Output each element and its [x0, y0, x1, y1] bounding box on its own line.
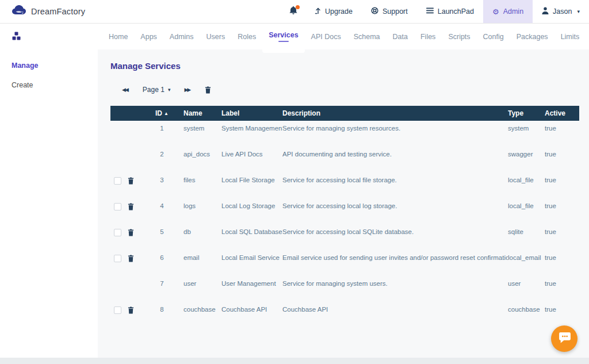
tab-files[interactable]: Files — [414, 24, 442, 49]
cell-label: Local Log Storage — [221, 202, 282, 209]
table-header-row: ID▲ Name Label Description Type Active — [110, 106, 579, 121]
header-type[interactable]: Type — [508, 109, 545, 117]
tab-packages[interactable]: Packages — [510, 24, 554, 49]
cell-description: Service for managing system resources. — [282, 125, 508, 132]
tab-apps[interactable]: Apps — [134, 24, 163, 49]
tab-label: Schema — [354, 33, 380, 41]
header-active[interactable]: Active — [545, 109, 579, 117]
tab-services[interactable]: Services — [262, 24, 304, 53]
row-delete-button[interactable] — [128, 306, 134, 314]
sidebar-item-create[interactable]: Create — [12, 81, 98, 89]
cell-active: true — [545, 280, 579, 287]
tab-users[interactable]: Users — [200, 24, 232, 49]
trash-icon — [128, 306, 134, 314]
row-checkbox[interactable] — [114, 177, 121, 185]
top-bar: 2 DreamFactory — [0, 0, 589, 24]
row-select-cell — [110, 177, 124, 186]
sidebar-item-manage[interactable]: Manage — [12, 62, 98, 70]
dreamfactory-admin-page: 2 DreamFactory — [0, 0, 589, 364]
trash-icon — [128, 229, 134, 236]
delete-selected-button[interactable] — [205, 86, 211, 94]
support-button[interactable]: Support — [362, 0, 417, 23]
row-delete-cell — [124, 306, 140, 315]
tab-api-docs[interactable]: API Docs — [305, 24, 347, 49]
header-name[interactable]: Name — [183, 109, 221, 117]
tab-bar: HomeAppsAdminsUsersRolesServicesAPI Docs… — [98, 24, 589, 49]
chevron-down-icon: ▾ — [168, 87, 171, 93]
tab-scripts[interactable]: Scripts — [442, 24, 476, 49]
tab-schema[interactable]: Schema — [347, 24, 387, 49]
upgrade-icon — [315, 7, 321, 16]
cell-id: 7 — [140, 280, 183, 287]
tab-label: Home — [109, 33, 128, 41]
main-area: HomeAppsAdminsUsersRolesServicesAPI Docs… — [98, 24, 589, 358]
row-delete-cell — [124, 202, 140, 212]
table-row: 7userUser ManagementService for managing… — [110, 276, 579, 302]
next-page-button[interactable]: ▶▶ — [184, 87, 191, 93]
cell-active: true — [545, 202, 579, 209]
top-nav: Upgrade Support — [281, 0, 589, 23]
body-row: Manage Create HomeAppsAdminsUsersRolesSe… — [0, 24, 589, 358]
content: Manage Services ◀◀ Page 1 ▾ ▶▶ — [98, 49, 589, 358]
row-delete-button[interactable] — [128, 255, 134, 262]
tab-label: Limits — [561, 33, 580, 41]
tab-home[interactable]: Home — [102, 24, 134, 49]
row-select-cell — [110, 306, 124, 315]
launchpad-button[interactable]: LaunchPad — [417, 0, 483, 23]
notifications-button[interactable] — [281, 0, 305, 23]
tab-label: Scripts — [448, 33, 470, 41]
cell-type: couchbase — [508, 306, 545, 313]
tab-roles[interactable]: Roles — [231, 24, 262, 49]
cell-type: local_email — [508, 254, 545, 261]
sort-asc-icon: ▲ — [164, 111, 169, 116]
header-id[interactable]: ID▲ — [140, 109, 183, 117]
cell-type: sqlite — [508, 228, 545, 235]
row-delete-button[interactable] — [128, 177, 134, 185]
services-cubes-icon — [12, 32, 98, 43]
cell-description: Couchbase API — [282, 306, 508, 313]
row-delete-button[interactable] — [128, 229, 134, 236]
launchpad-label: LaunchPad — [438, 7, 474, 16]
cell-type: local_file — [508, 202, 545, 209]
tab-label: Data — [393, 33, 408, 41]
user-name: Jason — [553, 7, 572, 16]
tab-config[interactable]: Config — [477, 24, 510, 49]
list-icon — [426, 7, 434, 16]
cell-active: true — [545, 177, 579, 183]
tab-label: Roles — [238, 33, 256, 41]
tab-admins[interactable]: Admins — [163, 24, 200, 49]
page-title: Manage Services — [110, 61, 589, 71]
tab-data[interactable]: Data — [387, 24, 414, 49]
admin-button[interactable]: ⚙ Admin — [483, 0, 533, 23]
support-label: Support — [383, 7, 408, 16]
header-label[interactable]: Label — [221, 109, 282, 117]
cell-id: 2 — [140, 151, 183, 158]
page-select-dropdown[interactable]: Page 1 ▾ — [143, 86, 171, 94]
row-checkbox[interactable] — [114, 229, 121, 236]
trash-icon — [128, 255, 134, 262]
admin-label: Admin — [503, 7, 523, 16]
trash-icon — [128, 177, 134, 185]
row-delete-cell — [124, 177, 140, 186]
previous-page-button[interactable]: ◀◀ — [122, 87, 129, 93]
row-checkbox[interactable] — [114, 306, 121, 314]
row-checkbox[interactable] — [114, 203, 121, 210]
row-checkbox[interactable] — [114, 255, 121, 262]
table-row: 4logsLocal Log StorageService for access… — [110, 198, 579, 224]
chat-widget-button[interactable] — [551, 325, 577, 352]
dreamfactory-logo[interactable]: 2 DreamFactory — [12, 0, 85, 23]
logo-text: DreamFactory — [31, 7, 85, 16]
page-label: Page 1 — [143, 86, 165, 94]
upgrade-button[interactable]: Upgrade — [305, 0, 362, 23]
row-delete-cell — [124, 228, 140, 237]
row-delete-button[interactable] — [128, 203, 134, 210]
gear-icon: ⚙ — [492, 8, 499, 16]
tab-label: API Docs — [311, 33, 341, 41]
tab-label: Services — [269, 31, 298, 39]
tab-label: Apps — [140, 33, 157, 41]
row-select-cell — [110, 254, 124, 263]
cell-name: user — [183, 280, 221, 287]
header-description[interactable]: Description — [282, 109, 508, 117]
tab-limits[interactable]: Limits — [554, 24, 586, 49]
user-menu-button[interactable]: Jason ▾ — [533, 0, 589, 23]
